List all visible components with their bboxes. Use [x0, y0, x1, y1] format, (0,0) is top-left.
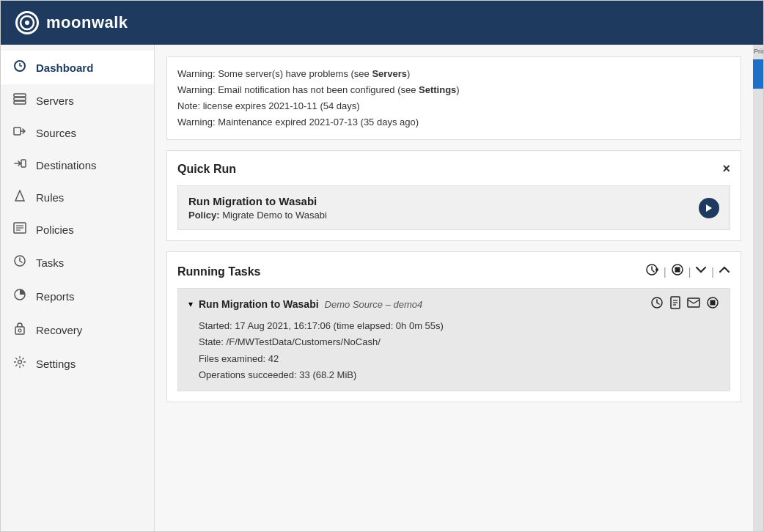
running-tasks-section: Running Tasks |	[166, 251, 741, 402]
svg-rect-22	[675, 267, 680, 273]
sidebar-item-recovery[interactable]: Recovery	[1, 313, 154, 347]
migration-info: Run Migration to Wasabi Policy: Migrate …	[188, 195, 327, 221]
quick-run-title: Quick Run	[177, 163, 236, 176]
task-email-icon[interactable]	[687, 298, 700, 311]
task-doc-icon[interactable]	[669, 296, 681, 312]
warning-line-2: Warning: Email notification has not been…	[177, 82, 730, 98]
sidebar-label-rules: Rules	[36, 191, 64, 204]
svg-rect-4	[14, 97, 26, 100]
svg-rect-3	[14, 94, 26, 97]
svg-marker-8	[15, 191, 24, 201]
logo-area: moonwalk	[15, 11, 128, 34]
task-row-icons	[650, 296, 719, 312]
task-clock-icon[interactable]	[650, 296, 664, 312]
sidebar-label-reports: Reports	[36, 290, 75, 303]
sidebar-label-recovery: Recovery	[36, 324, 82, 336]
svg-point-16	[18, 329, 21, 332]
migration-title: Run Migration to Wasabi	[188, 195, 327, 207]
separator-1: |	[664, 266, 666, 278]
running-tasks-title: Running Tasks	[177, 265, 261, 278]
svg-rect-5	[14, 101, 26, 104]
task-chevron[interactable]: ▾	[188, 299, 193, 309]
sidebar-item-servers[interactable]: Servers	[1, 84, 154, 117]
policy-label: Policy:	[188, 210, 220, 221]
collapse-icon[interactable]	[695, 264, 707, 279]
sidebar-label-servers: Servers	[36, 95, 74, 107]
svg-rect-7	[21, 160, 26, 167]
migration-card: Run Migration to Wasabi Policy: Migrate …	[177, 185, 730, 230]
warnings-box: Warning: Some server(s) have problems (s…	[166, 56, 741, 140]
sidebar-label-settings: Settings	[36, 358, 76, 370]
warning-line-1: Warning: Some server(s) have problems (s…	[177, 66, 730, 82]
refresh-icon[interactable]	[644, 262, 659, 281]
sidebar-label-destinations: Destinations	[36, 159, 97, 171]
expand-icon[interactable]	[719, 264, 730, 279]
task-actions: | |	[644, 262, 730, 281]
sidebar-item-settings[interactable]: Settings	[1, 347, 154, 380]
migration-policy: Policy: Migrate Demo to Wasabi	[188, 210, 327, 221]
rules-icon	[12, 190, 27, 204]
stop-icon[interactable]	[671, 263, 684, 280]
sidebar-label-sources: Sources	[36, 127, 76, 139]
quick-run-section: Quick Run × Run Migration to Wasabi Poli…	[166, 150, 741, 241]
main-content: Warning: Some server(s) have problems (s…	[155, 45, 753, 531]
separator-3: |	[711, 266, 714, 278]
sidebar-label-policies: Policies	[36, 223, 74, 236]
play-button[interactable]	[699, 198, 719, 218]
separator-2: |	[688, 266, 691, 278]
svg-point-20	[655, 268, 658, 271]
sidebar-item-destinations[interactable]: Destinations	[1, 149, 154, 181]
reports-icon	[12, 288, 27, 304]
tasks-icon	[12, 254, 27, 270]
svg-rect-30	[710, 300, 716, 306]
scrollbar-thumb[interactable]	[753, 59, 763, 89]
task-detail-started: Started: 17 Aug 2021, 16:17:06 (time ela…	[199, 318, 719, 334]
policy-value: Migrate Demo to Wasabi	[222, 210, 327, 221]
task-detail-operations: Operations succeeded: 33 (68.2 MiB)	[199, 367, 719, 383]
sidebar-item-reports[interactable]: Reports	[1, 279, 154, 313]
task-details: Started: 17 Aug 2021, 16:17:06 (time ela…	[188, 318, 719, 383]
running-tasks-header: Running Tasks |	[177, 262, 730, 281]
policies-icon	[12, 222, 27, 237]
sidebar: Dashboard Servers	[1, 45, 155, 531]
dashboard-icon	[12, 59, 27, 75]
main-body: Dashboard Servers	[1, 45, 763, 531]
destinations-icon	[12, 158, 27, 172]
sidebar-label-dashboard: Dashboard	[36, 62, 93, 74]
task-detail-files: Files examined: 42	[199, 351, 719, 367]
sidebar-item-sources[interactable]: Sources	[1, 117, 154, 149]
header: moonwalk	[1, 1, 763, 45]
sidebar-item-policies[interactable]: Policies	[1, 213, 154, 245]
svg-point-17	[18, 361, 22, 364]
settings-icon	[12, 355, 27, 372]
quick-run-header: Quick Run ×	[177, 161, 730, 177]
sidebar-label-tasks: Tasks	[36, 256, 64, 269]
task-row-title: Run Migration to Wasabi	[199, 298, 319, 310]
sidebar-item-dashboard[interactable]: Dashboard	[1, 51, 154, 84]
sources-icon	[12, 125, 27, 140]
svg-point-1	[25, 21, 29, 25]
svg-marker-18	[706, 204, 712, 212]
logo-icon	[15, 11, 39, 34]
task-detail-state: State: /F/MWTestData/Customers/NoCash/	[199, 334, 719, 350]
scrollbar[interactable]: Primary	[753, 45, 763, 531]
task-row-header: ▾ Run Migration to Wasabi Demo Source – …	[188, 296, 719, 312]
svg-rect-6	[14, 128, 21, 135]
content-area: Warning: Some server(s) have problems (s…	[155, 45, 763, 531]
task-stop-icon[interactable]	[706, 296, 719, 312]
warning-line-4: Warning: Maintenance expired 2021-07-13 …	[177, 114, 730, 130]
svg-rect-15	[15, 327, 24, 334]
recovery-icon	[12, 322, 27, 338]
task-row: ▾ Run Migration to Wasabi Demo Source – …	[177, 288, 730, 391]
servers-icon	[12, 93, 27, 108]
close-button[interactable]: ×	[722, 161, 730, 177]
sidebar-item-tasks[interactable]: Tasks	[1, 245, 154, 279]
svg-rect-28	[688, 298, 699, 307]
scrollbar-label: Primary	[753, 45, 763, 58]
warning-line-3: Note: license expires 2021-10-11 (54 day…	[177, 98, 730, 114]
sidebar-item-rules[interactable]: Rules	[1, 181, 154, 213]
task-row-subtitle: Demo Source – demo4	[325, 299, 423, 310]
logo-text: moonwalk	[46, 13, 128, 32]
app-window: moonwalk Dashboard	[0, 0, 764, 532]
